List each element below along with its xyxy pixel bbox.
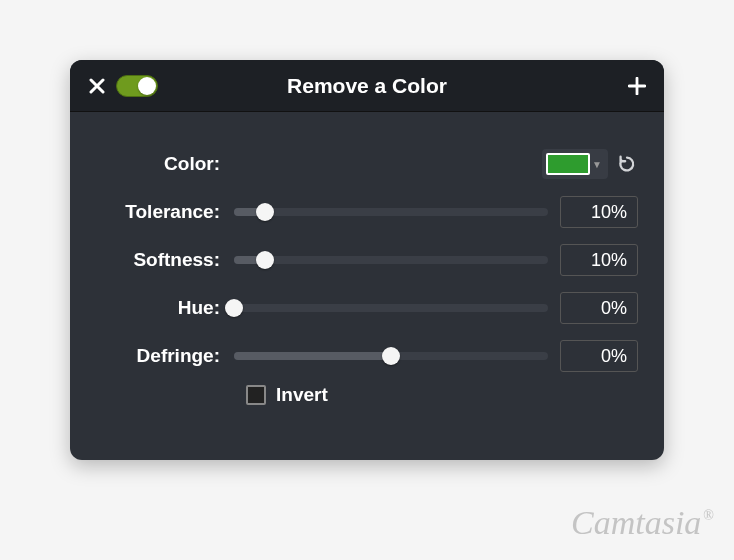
- hue-slider[interactable]: [234, 304, 548, 312]
- color-picker-button[interactable]: ▼: [542, 149, 608, 179]
- panel-header: Remove a Color: [70, 60, 664, 112]
- add-icon[interactable]: [624, 73, 650, 99]
- toggle-knob: [138, 77, 156, 95]
- slider-thumb: [256, 203, 274, 221]
- hue-label: Hue:: [96, 297, 226, 319]
- reset-icon[interactable]: [616, 153, 638, 175]
- color-row: Color: ▼: [96, 140, 638, 188]
- registered-icon: ®: [703, 508, 714, 524]
- close-icon[interactable]: [84, 73, 110, 99]
- panel-body: Color: ▼ Tolerance: 10%: [70, 112, 664, 426]
- softness-row: Softness: 10%: [96, 236, 638, 284]
- slider-thumb: [382, 347, 400, 365]
- hue-row: Hue: 0%: [96, 284, 638, 332]
- defringe-row: Defringe: 0%: [96, 332, 638, 380]
- panel-title: Remove a Color: [70, 74, 664, 98]
- slider-thumb: [225, 299, 243, 317]
- slider-wrap: [226, 208, 560, 216]
- color-label: Color:: [96, 153, 226, 175]
- invert-checkbox[interactable]: [246, 385, 266, 405]
- color-swatch: [546, 153, 590, 175]
- effect-toggle[interactable]: [116, 75, 158, 97]
- slider-wrap: [226, 304, 560, 312]
- slider-wrap: [226, 256, 560, 264]
- tolerance-row: Tolerance: 10%: [96, 188, 638, 236]
- defringe-slider[interactable]: [234, 352, 548, 360]
- tolerance-slider[interactable]: [234, 208, 548, 216]
- tolerance-value[interactable]: 10%: [560, 196, 638, 228]
- slider-wrap: [226, 352, 560, 360]
- defringe-label: Defringe:: [96, 345, 226, 367]
- watermark-text: Camtasia: [571, 504, 701, 542]
- chevron-down-icon: ▼: [590, 159, 604, 170]
- tolerance-label: Tolerance:: [96, 201, 226, 223]
- slider-fill: [234, 352, 391, 360]
- invert-row: Invert: [96, 384, 638, 406]
- invert-label: Invert: [276, 384, 328, 406]
- effect-panel: Remove a Color Color: ▼ Tolerance:: [70, 60, 664, 460]
- defringe-value[interactable]: 0%: [560, 340, 638, 372]
- softness-label: Softness:: [96, 249, 226, 271]
- hue-value[interactable]: 0%: [560, 292, 638, 324]
- softness-slider[interactable]: [234, 256, 548, 264]
- softness-value[interactable]: 10%: [560, 244, 638, 276]
- watermark: Camtasia ®: [571, 504, 714, 542]
- color-control: ▼: [542, 149, 638, 179]
- slider-thumb: [256, 251, 274, 269]
